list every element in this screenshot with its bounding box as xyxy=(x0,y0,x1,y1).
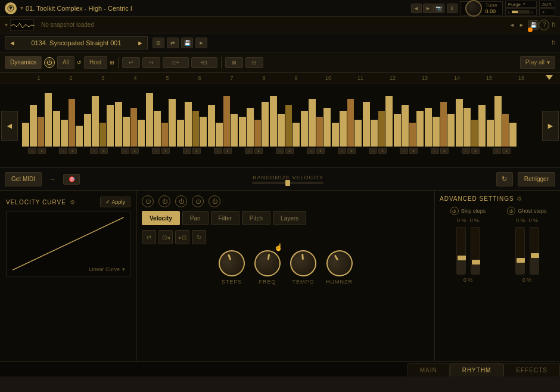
bar-minus-15[interactable]: − xyxy=(462,148,470,154)
bar-plus-14[interactable]: + xyxy=(440,148,449,154)
bar-step-10-1[interactable] xyxy=(301,111,308,147)
bar-plus-3[interactable]: + xyxy=(99,148,108,154)
bar-step-16-3[interactable] xyxy=(502,114,509,147)
bar-step-3-4[interactable] xyxy=(107,105,114,147)
bar-plus-1[interactable]: + xyxy=(38,148,46,154)
bar-group-12[interactable]: −+ xyxy=(362,83,393,154)
bar-minus-12[interactable]: − xyxy=(369,148,377,154)
bar-step-16-4[interactable] xyxy=(509,123,517,147)
ghost-slider-1[interactable] xyxy=(515,227,525,275)
bar-minus-4[interactable]: − xyxy=(121,148,129,154)
bar-step-11-1[interactable] xyxy=(332,123,339,147)
bar-step-12-2[interactable] xyxy=(371,120,378,147)
pattern-icon-2[interactable]: ⇄ xyxy=(167,38,179,48)
bar-group-11[interactable]: −+ xyxy=(331,83,362,154)
bar-step-15-4[interactable] xyxy=(478,105,486,147)
vel-gear-icon[interactable]: ⚙ xyxy=(70,199,75,206)
bar-step-7-4[interactable] xyxy=(231,114,238,147)
bar-step-16-2[interactable] xyxy=(494,96,502,147)
bar-step-14-2[interactable] xyxy=(433,117,440,147)
bar-step-1-3[interactable] xyxy=(38,117,45,147)
bar-group-9[interactable]: −+ xyxy=(269,83,300,154)
humnzr-knob[interactable] xyxy=(321,245,357,281)
pattern-name-display[interactable]: ◄ 0134. Syncopated Straight 001 ► xyxy=(5,36,148,49)
get-midi-btn[interactable]: Get MIDI xyxy=(5,172,42,186)
freq-knob[interactable] xyxy=(253,248,283,279)
bar-step-15-2[interactable] xyxy=(463,108,471,147)
bar-step-14-1[interactable] xyxy=(425,108,432,147)
bar-step-1-1[interactable] xyxy=(22,123,29,147)
bar-step-4-4[interactable] xyxy=(138,120,145,147)
bar-plus-4[interactable]: + xyxy=(130,148,139,154)
bar-minus-2[interactable]: − xyxy=(59,148,67,154)
sub-icon-shuffle[interactable]: ⇄ xyxy=(142,230,156,244)
bar-step-8-3[interactable] xyxy=(254,120,262,147)
bar-step-3-3[interactable] xyxy=(99,123,107,147)
bar-plus-7[interactable]: + xyxy=(223,148,232,154)
bar-step-9-2[interactable] xyxy=(278,114,285,147)
bar-step-14-4[interactable] xyxy=(447,114,455,147)
pattern-nav-next[interactable]: ► xyxy=(137,39,144,46)
randomize-slider[interactable] xyxy=(252,182,323,184)
bar-minus-3[interactable]: − xyxy=(90,148,98,154)
bar-step-3-2[interactable] xyxy=(92,96,99,147)
bar-minus-10[interactable]: − xyxy=(307,148,315,154)
adv-gear-icon[interactable]: ⚙ xyxy=(517,195,522,202)
midi-target-btn[interactable]: 🎯 xyxy=(63,174,80,185)
bar-minus-16[interactable]: − xyxy=(493,148,501,154)
bar-step-8-2[interactable] xyxy=(247,108,254,147)
bar-step-15-3[interactable] xyxy=(471,120,478,147)
bar-step-7-1[interactable] xyxy=(208,105,215,147)
bar-step-13-4[interactable] xyxy=(416,111,424,147)
bar-step-10-4[interactable] xyxy=(323,108,331,147)
sub-icon-right[interactable]: ▸⊡ xyxy=(175,230,189,244)
pattern-icon-4[interactable]: ► xyxy=(195,38,207,48)
info-btn[interactable]: ℹ xyxy=(447,4,458,13)
filter-power-btn[interactable]: ⏻ xyxy=(175,195,187,207)
bar-step-10-2[interactable] xyxy=(309,99,316,147)
bar-step-9-3[interactable] xyxy=(285,105,293,147)
dynamics-btn[interactable]: Dynamics xyxy=(5,56,42,69)
ghost-slider-2[interactable] xyxy=(530,227,539,275)
bar-plus-6[interactable]: + xyxy=(192,148,201,154)
vel-power-btn[interactable]: ⏻ xyxy=(142,195,154,207)
bar-minus-11[interactable]: − xyxy=(338,148,346,154)
bar-group-8[interactable]: −+ xyxy=(238,83,269,154)
bar-step-14-3[interactable] xyxy=(440,102,447,147)
bar-step-11-3[interactable] xyxy=(347,99,354,147)
bar-step-13-2[interactable] xyxy=(402,105,409,147)
tab-rhythm[interactable]: RHYTHM xyxy=(450,363,504,377)
bar-minus-14[interactable]: − xyxy=(431,148,439,154)
bar-plus-10[interactable]: + xyxy=(316,148,325,154)
bar-step-12-4[interactable] xyxy=(385,96,393,147)
bar-step-1-4[interactable] xyxy=(45,93,52,147)
bar-minus-7[interactable]: − xyxy=(214,148,222,154)
bar-plus-16[interactable]: + xyxy=(502,148,511,154)
bar-step-4-2[interactable] xyxy=(123,117,130,147)
bar-plus-5[interactable]: + xyxy=(161,148,170,154)
bar-step-2-4[interactable] xyxy=(76,126,83,147)
bar-step-10-3[interactable] xyxy=(316,117,323,147)
bar-step-6-1[interactable] xyxy=(177,120,184,147)
bar-step-8-4[interactable] xyxy=(262,102,269,147)
ghost-steps-power[interactable]: ⏻ xyxy=(507,207,515,215)
toolbar-icon-2[interactable]: ↪ xyxy=(142,57,160,68)
skip-slider-2[interactable] xyxy=(471,227,480,275)
tempo-knob[interactable] xyxy=(289,249,318,278)
apply-btn[interactable]: ✓ Apply xyxy=(100,197,130,207)
retrigger-btn[interactable]: Retrigger xyxy=(518,172,555,186)
steps-knob[interactable] xyxy=(215,247,248,280)
toolbar-icon-4[interactable]: •⊡ xyxy=(191,57,217,68)
bar-minus-8[interactable]: − xyxy=(245,148,253,154)
bar-step-5-1[interactable] xyxy=(146,93,153,147)
bar-step-2-2[interactable] xyxy=(61,120,68,147)
toolbar-icon-6[interactable]: ⊟ xyxy=(245,57,263,68)
bar-step-16-1[interactable] xyxy=(487,120,494,147)
bar-group-2[interactable]: −+ xyxy=(52,83,83,154)
pan-power-btn[interactable]: ⏻ xyxy=(158,195,170,207)
sub-icon-loop[interactable]: ↻ xyxy=(192,230,206,244)
seq-nav-right[interactable]: ► xyxy=(542,111,559,141)
bar-step-12-1[interactable] xyxy=(363,102,370,147)
pattern-nav-prev[interactable]: ◄ xyxy=(9,39,15,46)
loop-btn[interactable]: ↻ xyxy=(496,172,513,186)
